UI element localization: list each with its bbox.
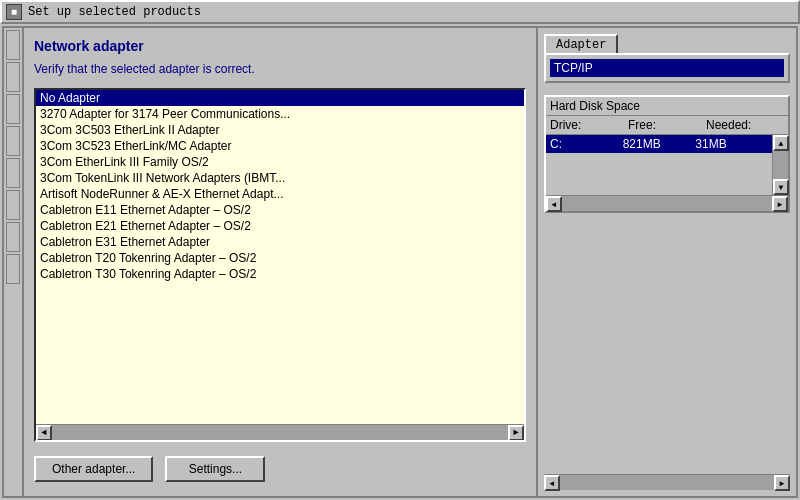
buttons-row: Other adapter... Settings... [34, 452, 526, 486]
adapter-list-item[interactable]: 3270 Adapter for 3174 Peer Communication… [36, 106, 524, 122]
disk-col-free: Free: [628, 118, 706, 132]
content-area: Network adapter Verify that the selected… [24, 28, 536, 496]
adapter-scroll-left[interactable]: ◄ [36, 425, 52, 441]
disk-cell-needed: 31MB [695, 137, 768, 151]
disk-col-drive: Drive: [550, 118, 628, 132]
other-adapter-button[interactable]: Other adapter... [34, 456, 153, 482]
adapter-list-item[interactable]: 3Com 3C523 EtherLink/MC Adapter [36, 138, 524, 154]
title-bar: ■ Set up selected products [0, 0, 800, 24]
right-bs-right[interactable]: ► [774, 475, 790, 491]
right-panel: Adapter TCP/IP Hard Disk Space Drive: Fr… [536, 28, 796, 496]
spine-tab-2[interactable] [6, 62, 20, 92]
disk-scroll-track [773, 151, 788, 179]
spine-tab-7[interactable] [6, 222, 20, 252]
adapter-list-item[interactable]: 3Com 3C503 EtherLink II Adapter [36, 122, 524, 138]
disk-col-needed: Needed: [706, 118, 784, 132]
adapter-tcpip-item[interactable]: TCP/IP [550, 59, 784, 77]
adapter-list-item[interactable]: 3Com TokenLink III Network Adapters (IBM… [36, 170, 524, 186]
right-bottom-scroll: ◄ ► [544, 474, 790, 490]
right-bs-track [560, 475, 774, 490]
right-panel-inner: Adapter TCP/IP Hard Disk Space Drive: Fr… [538, 28, 796, 496]
spine-tab-3[interactable] [6, 94, 20, 124]
adapter-inner-panel: TCP/IP [544, 53, 790, 83]
adapter-tab-button[interactable]: Adapter [544, 34, 618, 54]
adapter-list-item[interactable]: 3Com EtherLink III Family OS/2 [36, 154, 524, 170]
disk-hscroll-row: ◄ ► [546, 195, 788, 211]
main-panel: Network adapter Verify that the selected… [2, 26, 798, 498]
adapter-list-item[interactable]: Artisoft NodeRunner & AE-X Ethernet Adap… [36, 186, 524, 202]
adapter-list-item[interactable]: No Adapter [36, 90, 524, 106]
spine-tab-1[interactable] [6, 30, 20, 60]
disk-cell-free: 821MB [623, 137, 696, 151]
disk-cell-drive: C: [550, 137, 623, 151]
window-icon[interactable]: ■ [6, 4, 22, 20]
adapter-list-box[interactable]: No Adapter3270 Adapter for 3174 Peer Com… [36, 90, 524, 424]
adapter-list-item[interactable]: Cabletron E21 Ethernet Adapter – OS/2 [36, 218, 524, 234]
adapter-scroll-track [52, 425, 508, 441]
notebook-spine [4, 28, 24, 496]
disk-columns-row: Drive: Free: Needed: [546, 116, 788, 135]
adapter-tabs-area: Adapter [538, 28, 796, 53]
disk-row-c[interactable]: C: 821MB 31MB [546, 135, 772, 153]
spine-tab-4[interactable] [6, 126, 20, 156]
disk-hscroll-track [562, 196, 772, 211]
disk-scroll-down[interactable]: ▼ [773, 179, 789, 195]
adapter-scroll-right[interactable]: ► [508, 425, 524, 441]
disk-vscroll: ▲ ▼ [772, 135, 788, 195]
adapter-list-item[interactable]: Cabletron E31 Ethernet Adapter [36, 234, 524, 250]
spine-tab-6[interactable] [6, 190, 20, 220]
disk-space-title: Hard Disk Space [546, 97, 788, 116]
section-heading: Network adapter [34, 38, 526, 54]
disk-scroll-up[interactable]: ▲ [773, 135, 789, 151]
adapter-list-container: No Adapter3270 Adapter for 3174 Peer Com… [34, 88, 526, 442]
disk-hscroll-right[interactable]: ► [772, 196, 788, 212]
adapter-list-item[interactable]: Cabletron T30 Tokenring Adapter – OS/2 [36, 266, 524, 282]
spine-tab-8[interactable] [6, 254, 20, 284]
disk-hscroll-left[interactable]: ◄ [546, 196, 562, 212]
section-description: Verify that the selected adapter is corr… [34, 62, 526, 76]
spine-tab-5[interactable] [6, 158, 20, 188]
title-bar-text: Set up selected products [28, 5, 201, 19]
disk-space-panel: Hard Disk Space Drive: Free: Needed: C: … [544, 95, 790, 213]
adapter-list-item[interactable]: Cabletron T20 Tokenring Adapter – OS/2 [36, 250, 524, 266]
disk-data-area: C: 821MB 31MB ▲ ▼ [546, 135, 788, 195]
disk-data-content: C: 821MB 31MB [546, 135, 772, 195]
settings-button[interactable]: Settings... [165, 456, 265, 482]
adapter-h-scrollbar: ◄ ► [36, 424, 524, 440]
right-bs-left[interactable]: ◄ [544, 475, 560, 491]
adapter-list-item[interactable]: Cabletron E11 Ethernet Adapter – OS/2 [36, 202, 524, 218]
